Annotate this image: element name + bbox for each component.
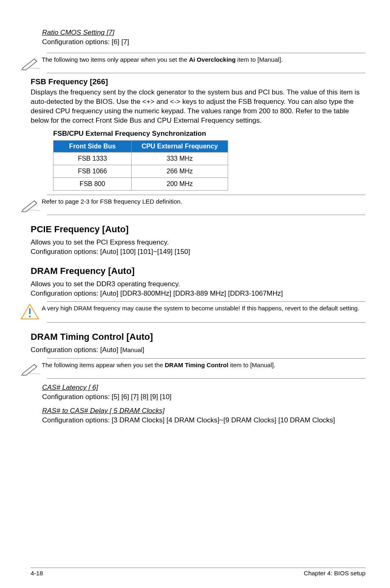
table-title: FSB/CPU External Frequency Synchronizati… (53, 130, 365, 138)
chapter-label: Chapter 4: BIOS setup (304, 570, 365, 577)
note-fsb-led: Refer to page 2-3 for FSB frequency LED … (42, 197, 365, 206)
dram-freq-text: Allows you to set the DDR3 operating fre… (31, 280, 365, 298)
pcie-heading: PCIE Frequency [Auto] (31, 224, 365, 235)
pcie-text: Allows you to set the PCI Express freque… (31, 238, 365, 257)
ratio-cmos-heading: Ratio CMOS Setting [7] (42, 29, 365, 37)
dram-freq-heading: DRAM Frequency [Auto] (31, 266, 365, 276)
ras-cas-text: Configuration options: [3 DRAM Clocks] [… (42, 416, 365, 425)
note-ai-overclocking: The following two items only appear when… (42, 56, 365, 64)
table-header: Front Side Bus (54, 140, 132, 152)
dram-timing-text: Configuration options: [Auto] [Manual] (31, 346, 365, 355)
ras-cas-heading: RAS# to CAS# Delay [ 5 DRAM Clocks] (42, 407, 365, 415)
table-row: FSB 800 200 MHz (54, 177, 228, 190)
fsb-frequency-text: Displays the frequency sent by the clock… (31, 88, 365, 126)
table-header: CPU External Frequency (132, 140, 228, 152)
pencil-icon (20, 360, 42, 376)
page-number: 4-18 (31, 570, 43, 577)
ratio-cmos-text: Configuration options: [6] [7] (42, 38, 365, 47)
cas-latency-text: Configuration options: [5] [6] [7] [8] [… (42, 393, 365, 402)
cas-latency-heading: CAS# Latency [ 6] (42, 384, 365, 392)
warning-icon (20, 303, 42, 320)
table-row: FSB 1066 266 MHz (54, 165, 228, 177)
table-row: FSB 1333 333 MHz (54, 152, 228, 165)
dram-timing-heading: DRAM Timing Control [Auto] (31, 332, 365, 342)
fsb-cpu-table: Front Side Bus CPU External Frequency FS… (53, 140, 228, 191)
note-dram-timing: The following items appear when you set … (42, 361, 365, 369)
pencil-icon (20, 55, 42, 70)
fsb-frequency-heading: FSB Frequency [266] (31, 77, 365, 86)
svg-point-1 (29, 316, 31, 317)
warning-dram: A very high DRAM frequency may cause the… (42, 304, 365, 312)
pencil-icon (20, 197, 42, 212)
